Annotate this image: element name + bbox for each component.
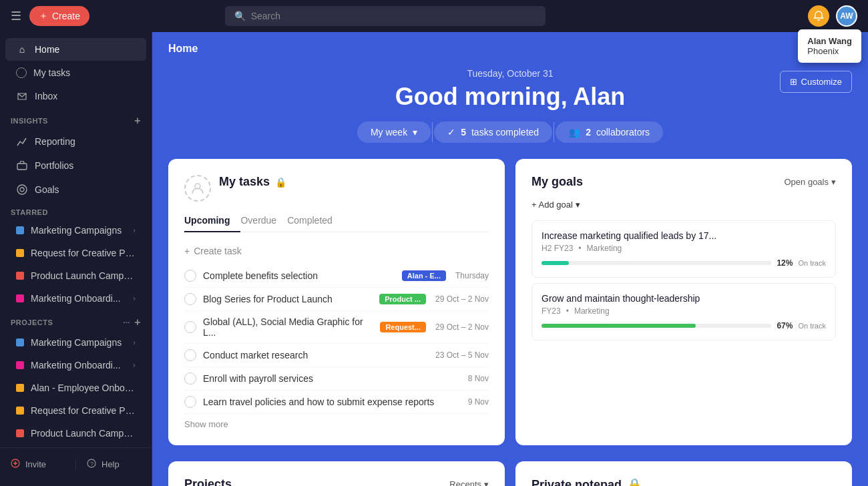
add-project-button[interactable]: + [134,316,141,328]
customize-button[interactable]: ⊞ Customize [780,71,852,93]
notification-icon[interactable] [808,5,829,27]
reporting-icon [16,136,28,148]
cards-area: My tasks 🔒 Upcoming Overdue Completed + … [152,159,868,461]
sidebar-item-starred-0[interactable]: Marketing Campaigns › [5,220,146,241]
task-tag[interactable]: Alan - E... [402,270,446,281]
sidebar-item-starred-1[interactable]: Request for Creative Pro... [5,242,146,264]
task-tag[interactable]: Product ... [379,294,426,304]
project-dot [16,272,24,280]
stats-divider [432,122,433,142]
stats-bar: My week ▾ ✓ 5 tasks completed 👥 2 collab… [152,121,868,143]
tab-overdue[interactable]: Overdue [240,210,287,232]
chevron-right-icon: › [133,338,136,347]
chevron-right-icon: › [133,360,136,370]
show-more-button[interactable]: Show more [184,414,489,429]
sidebar-section-insights: Insights + [0,108,152,130]
create-button[interactable]: ＋ Create [29,6,89,26]
avatar[interactable]: AW [836,5,857,27]
main-header: Home [152,32,868,55]
add-insights-button[interactable]: + [134,115,141,127]
svg-point-1 [17,185,27,194]
recents-button[interactable]: Recents ▾ [449,479,489,486]
hero-section: Tuesday, October 31 Good morning, Alan M… [152,55,868,159]
sidebar-item-proj-4[interactable]: Product Launch Campai... [5,423,146,444]
sidebar-item-proj-0[interactable]: Marketing Campaigns › [5,332,146,353]
my-week-pill[interactable]: My week ▾ [357,121,431,143]
task-avatar [184,175,211,202]
tab-completed[interactable]: Completed [287,210,343,232]
task-checkbox[interactable] [184,270,196,282]
sidebar-item-starred-2[interactable]: Product Launch Campai... [5,265,146,286]
topbar: ☰ ＋ Create 🔍 Search AW Alan Wang Phoenix [0,0,868,32]
projects-more-icon[interactable]: ··· [123,318,130,326]
task-checkbox[interactable] [184,349,196,361]
sidebar-item-inbox[interactable]: Inbox [5,85,146,107]
project-dot [16,338,24,346]
grid-icon: ⊞ [790,77,797,87]
task-checkbox[interactable] [184,396,196,408]
goals-title: My goals [531,175,583,189]
topbar-right: AW [808,5,857,27]
goals-header: My goals Open goals ▾ [531,175,836,189]
add-goal-button[interactable]: + Add goal ▾ [531,200,836,210]
project-dot [16,294,24,302]
main-content: Home Tuesday, October 31 Good morning, A… [152,32,868,486]
tab-upcoming[interactable]: Upcoming [184,210,240,232]
collaborators-pill[interactable]: 👥 2 collaborators [556,121,663,143]
bottom-cards: Projects Recents ▾ Private notepad 🔒 [152,461,868,486]
sidebar-item-reporting[interactable]: Reporting [5,130,146,153]
goal-progress: 12% On track [541,258,826,268]
chevron-right-icon: › [133,226,136,235]
svg-point-2 [20,188,24,192]
create-task-button[interactable]: + Create task [184,243,489,264]
my-goals-card: My goals Open goals ▾ + Add goal ▾ Incre… [515,159,852,445]
invite-button[interactable]: Invite [0,453,75,475]
hamburger-icon[interactable]: ☰ [11,9,21,23]
sidebar-item-home[interactable]: ⌂ Home [5,38,146,61]
task-checkbox[interactable] [184,321,196,333]
plus-icon: + [184,246,190,256]
sidebar-item-proj-1[interactable]: Marketing Onboardi... › [5,354,146,376]
task-tabs: Upcoming Overdue Completed [184,210,489,232]
task-row-3: Conduct market research 23 Oct – 5 Nov [184,344,489,367]
task-checkbox[interactable] [184,293,196,305]
tasks-completed-pill[interactable]: ✓ 5 tasks completed [434,121,552,143]
private-notepad-card: Private notepad 🔒 [515,461,852,486]
project-dot [16,361,24,369]
project-dot [16,249,24,257]
chevron-down-icon: ▾ [831,177,836,187]
task-checkbox[interactable] [184,373,196,385]
svg-text:?: ? [90,461,93,467]
sidebar-item-goals[interactable]: Goals [5,178,146,201]
people-icon: 👥 [569,127,580,138]
task-tag[interactable]: Request... [380,322,426,332]
open-goals-button[interactable]: Open goals ▾ [785,177,837,187]
sidebar-item-my-tasks[interactable]: My tasks [5,62,146,83]
layout: ⌂ Home My tasks Inbox Insights + Reporti… [0,32,868,486]
sidebar-section-projects: Projects ··· + [0,310,152,331]
project-dot [16,384,24,392]
search-bar[interactable]: 🔍 Search [225,6,546,26]
goal-item-0: Increase marketing qualified leads by 17… [531,220,836,278]
help-icon: ? [87,459,96,470]
progress-bar-bg [541,261,771,265]
my-tasks-card: My tasks 🔒 Upcoming Overdue Completed + … [168,159,505,445]
notepad-title: Private notepad 🔒 [531,477,642,486]
projects-card-title: Projects [184,477,232,486]
progress-bar-fill [541,261,569,265]
chevron-down-icon: ▾ [484,479,489,486]
help-button[interactable]: ? Help [76,453,152,475]
progress-bar-bg [541,324,771,328]
task-row-2: Global (ALL), Social Media Graphic for L… [184,311,489,344]
sidebar-item-portfolios[interactable]: Portfolios [5,154,146,177]
sidebar-item-proj-2[interactable]: Alan - Employee Onboar... [5,377,146,399]
task-row-5: Learn travel policies and how to submit … [184,391,489,414]
hero-date: Tuesday, October 31 [152,68,868,79]
sidebar: ⌂ Home My tasks Inbox Insights + Reporti… [0,32,152,486]
project-dot [16,226,24,234]
goals-icon [16,184,28,196]
sidebar-item-proj-3[interactable]: Request for Creative Pro... [5,400,146,421]
goal-meta: FY23 • Marketing [541,306,826,316]
projects-card-header: Projects Recents ▾ [184,477,489,486]
sidebar-item-starred-3[interactable]: Marketing Onboardi... › [5,288,146,309]
